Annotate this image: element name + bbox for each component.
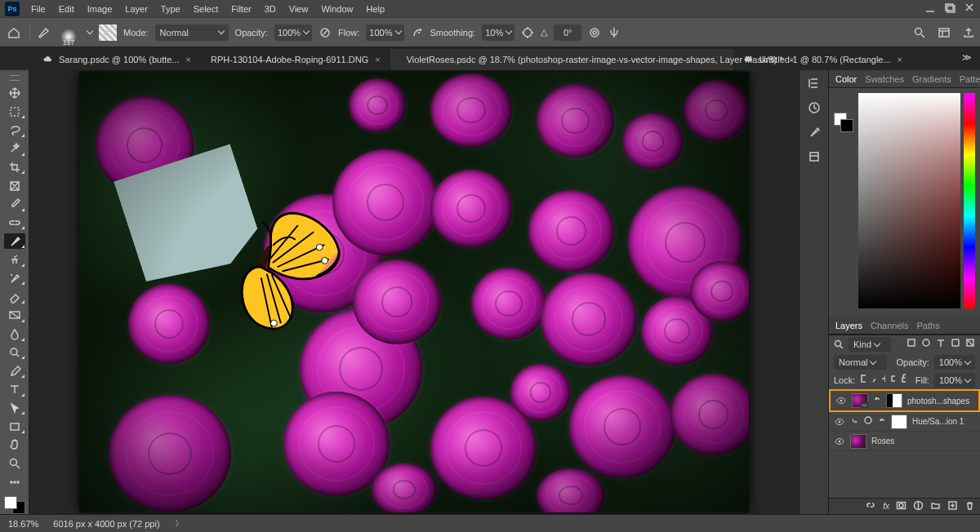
home-button[interactable] — [5, 24, 23, 42]
document-tab[interactable]: Untitled-1 @ 80.7% (Rectangle...× — [733, 49, 912, 70]
filter-pixel-icon[interactable] — [906, 338, 916, 351]
layer-fill-field[interactable]: 100% — [934, 373, 975, 388]
document-tab[interactable]: Sarang.psdc @ 100% (butte...× — [33, 49, 201, 70]
clone-tool[interactable] — [4, 252, 25, 268]
share-icon[interactable] — [962, 26, 975, 39]
tool-preset-icon[interactable] — [37, 26, 50, 39]
history-panel-icon[interactable] — [808, 101, 821, 114]
canvas-area[interactable] — [29, 70, 799, 514]
layer-fx-icon[interactable]: fx — [883, 502, 889, 511]
panel-tab-gradients[interactable]: Gradients — [912, 74, 951, 84]
layer-row[interactable]: ⤷Hue/Sa...ion 1 — [829, 412, 980, 432]
adjustment-layer-icon[interactable] — [913, 500, 924, 513]
visibility-icon[interactable] — [835, 395, 847, 406]
lock-position-icon[interactable] — [880, 374, 885, 387]
document-tab[interactable]: RPH-130104-Adobe-Roping-6911.DNG× — [201, 49, 390, 70]
close-icon[interactable] — [964, 2, 975, 13]
dodge-tool[interactable] — [4, 345, 25, 361]
lock-all-icon[interactable] — [900, 374, 905, 387]
eraser-tool[interactable] — [4, 289, 25, 304]
flow-field[interactable]: 100% — [366, 24, 403, 41]
path-select-tool[interactable] — [4, 401, 25, 416]
brush-panel-toggle[interactable] — [99, 24, 117, 41]
menu-3d[interactable]: 3D — [258, 2, 283, 16]
filter-shape-icon[interactable] — [951, 338, 960, 351]
close-tab-icon[interactable]: × — [898, 55, 902, 64]
crop-tool[interactable] — [4, 160, 25, 175]
properties-panel-icon[interactable] — [808, 150, 821, 163]
hue-slider[interactable] — [964, 93, 975, 308]
visibility-icon[interactable] — [834, 436, 845, 447]
pen-tool[interactable] — [4, 363, 25, 379]
layer-kind-filter[interactable]: Kind — [849, 337, 891, 352]
minimize-icon[interactable] — [924, 2, 936, 13]
menu-type[interactable]: Type — [154, 2, 187, 16]
layer-mask-icon[interactable] — [896, 500, 906, 513]
layer-row[interactable]: Roses — [829, 432, 980, 451]
panel-tab-color[interactable]: Color — [835, 74, 857, 84]
menu-image[interactable]: Image — [81, 2, 119, 16]
menu-help[interactable]: Help — [360, 2, 392, 16]
visibility-icon[interactable] — [834, 416, 845, 428]
more-tool[interactable] — [4, 474, 25, 490]
close-tab-icon[interactable]: × — [375, 55, 380, 64]
type-tool[interactable] — [4, 382, 25, 397]
magic-wand-tool[interactable] — [4, 141, 25, 157]
panel-tab-paths[interactable]: Paths — [917, 321, 940, 330]
menu-select[interactable]: Select — [187, 2, 225, 16]
panel-toggle-icon[interactable] — [808, 77, 821, 90]
menu-file[interactable]: File — [24, 2, 52, 16]
filter-adjust-icon[interactable] — [921, 338, 931, 351]
frame-tool[interactable] — [4, 178, 25, 193]
maximize-icon[interactable] — [944, 2, 956, 13]
rect-marquee-tool[interactable] — [4, 104, 25, 120]
fg-bg-color[interactable] — [4, 496, 25, 514]
new-layer-icon[interactable] — [947, 500, 958, 513]
lock-pixels-icon[interactable] — [871, 374, 875, 387]
layer-row[interactable]: ▭photosh...shapes — [829, 389, 980, 412]
brush-preview[interactable]: 117 — [56, 20, 81, 45]
lasso-tool[interactable] — [4, 122, 25, 138]
menu-layer[interactable]: Layer — [118, 2, 154, 16]
fg-bg-swatch[interactable] — [834, 113, 853, 132]
filter-type-icon[interactable] — [936, 338, 946, 351]
blend-mode-select[interactable]: Normal — [155, 24, 229, 41]
brush-panel-icon[interactable] — [808, 126, 821, 139]
search-icon[interactable] — [913, 26, 926, 39]
close-tab-icon[interactable]: × — [186, 55, 191, 64]
menu-filter[interactable]: Filter — [225, 2, 257, 16]
history-brush-tool[interactable] — [4, 271, 25, 286]
hand-tool[interactable] — [4, 437, 25, 453]
document-tab[interactable]: VioletRoses.psdc @ 18.7% (photoshop-rast… — [390, 49, 733, 70]
lock-transparency-icon[interactable] — [860, 374, 865, 387]
link-layers-icon[interactable] — [866, 500, 876, 513]
menu-window[interactable]: Window — [314, 2, 359, 16]
toolbar-grip[interactable] — [10, 75, 20, 81]
pressure-size-icon[interactable] — [588, 26, 601, 39]
angle-field[interactable]: 0° — [554, 24, 581, 41]
status-chevron-icon[interactable]: 〉 — [175, 517, 182, 530]
workspace-icon[interactable] — [938, 26, 951, 39]
brush-tool[interactable] — [4, 233, 25, 249]
search-icon[interactable] — [834, 339, 844, 349]
opacity-field[interactable]: 100% — [274, 24, 312, 41]
zoom-tool[interactable] — [4, 456, 25, 472]
panel-tab-layers[interactable]: Layers — [835, 321, 862, 330]
panel-tab-channels[interactable]: Channels — [871, 321, 908, 330]
delete-layer-icon[interactable] — [964, 500, 975, 513]
menu-view[interactable]: View — [283, 2, 315, 16]
rectangle-tool[interactable] — [4, 419, 25, 434]
smoothing-options-icon[interactable] — [521, 26, 534, 39]
move-tool[interactable] — [4, 86, 25, 101]
blur-tool[interactable] — [4, 326, 25, 342]
pressure-opacity-icon[interactable] — [318, 26, 332, 39]
tab-overflow-icon[interactable]: ≫ — [962, 52, 973, 63]
panel-tab-patterns[interactable]: Patterns — [960, 74, 980, 84]
smoothing-field[interactable]: 10% — [482, 24, 514, 41]
layer-blend-mode[interactable]: Normal — [834, 355, 887, 370]
menu-edit[interactable]: Edit — [52, 2, 81, 16]
zoom-value[interactable]: 18.67% — [8, 519, 38, 529]
airbrush-icon[interactable] — [411, 26, 424, 39]
eyedropper-tool[interactable] — [4, 197, 25, 212]
lock-artboard-icon[interactable] — [890, 374, 895, 387]
